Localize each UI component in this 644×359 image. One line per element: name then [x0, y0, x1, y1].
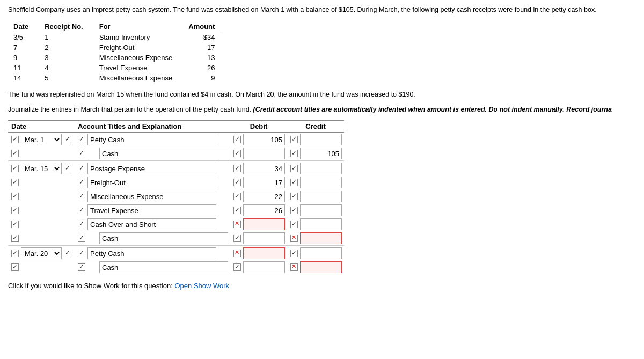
credit-input[interactable] [300, 148, 342, 159]
credit-input[interactable] [300, 261, 342, 273]
para2: Journalize the entries in March that per… [8, 105, 636, 115]
credit-check-icon [290, 179, 298, 186]
date-select[interactable]: Mar. 15 [21, 163, 62, 174]
receipt-date: 14 [13, 73, 45, 83]
receipt-amount: 17 [188, 42, 220, 53]
receipt-for: Stamp Inventory [99, 32, 189, 42]
receipt-no: 5 [45, 73, 99, 83]
debit-input[interactable] [243, 261, 285, 273]
debit-input[interactable] [243, 232, 285, 244]
journal-row [8, 217, 344, 231]
date-check-icon [11, 250, 19, 257]
date-select[interactable]: Mar. 1 [21, 134, 62, 145]
acct-check-icon [78, 179, 85, 186]
date-subcheck-icon [11, 193, 19, 200]
acct-check-icon [78, 250, 85, 257]
debit-check-icon [233, 263, 241, 271]
credit-input[interactable] [300, 163, 342, 174]
account-input[interactable] [87, 204, 216, 216]
receipt-row: 11 4 Travel Expense 26 [13, 63, 220, 73]
para2-italic: (Credit account titles are automatically… [253, 106, 612, 113]
credit-input[interactable] [300, 191, 342, 202]
date-select[interactable]: Mar. 20 [21, 247, 62, 259]
receipt-no: 4 [45, 63, 99, 73]
receipt-for: Miscellaneous Expense [99, 53, 189, 63]
account-input[interactable] [99, 232, 228, 244]
date-subcheck-icon [11, 207, 19, 214]
acct-check-icon [78, 136, 85, 143]
credit-check-icon [290, 250, 298, 257]
receipt-table: Date Receipt No. For Amount 3/5 1 Stamp … [13, 21, 220, 83]
debit-check-icon [233, 165, 241, 172]
credit-check-icon [290, 150, 298, 157]
journal-row: Mar. 1 [8, 133, 344, 147]
date-subcheck-icon [11, 179, 19, 186]
credit-input[interactable] [300, 247, 342, 259]
debit-input[interactable] [243, 191, 285, 202]
debit-check-icon [233, 193, 241, 200]
debit-input[interactable] [243, 134, 285, 145]
receipt-amount: 13 [188, 53, 220, 63]
account-input[interactable] [87, 134, 216, 145]
credit-check-icon [290, 136, 298, 143]
acct-check-icon [78, 193, 85, 200]
journal-row [8, 189, 344, 203]
journal-row: Mar. 20 [8, 246, 344, 261]
credit-check-icon [290, 235, 298, 242]
journal-header-debit: Debit [230, 121, 287, 133]
account-input[interactable] [87, 218, 216, 230]
account-input[interactable] [87, 247, 216, 259]
debit-check-icon [233, 207, 241, 214]
acct-check-icon [78, 150, 85, 157]
journal-row [8, 260, 344, 274]
open-show-work-link[interactable]: Open Show Work [174, 282, 229, 290]
para1: The fund was replenished on March 15 whe… [8, 90, 636, 100]
debit-check-icon [233, 221, 241, 228]
account-input[interactable] [99, 148, 228, 159]
credit-check-icon [290, 165, 298, 172]
receipt-amount: 26 [188, 63, 220, 73]
journal-row [8, 146, 344, 161]
credit-input[interactable] [300, 134, 342, 145]
date-check2-icon [64, 250, 71, 257]
journal-section: Date Account Titles and Explanation Debi… [8, 120, 636, 274]
credit-input[interactable] [300, 232, 342, 244]
journal-row [8, 175, 344, 189]
credit-check-icon [290, 193, 298, 200]
debit-check-icon [233, 150, 241, 157]
date-check2-icon [64, 136, 71, 143]
debit-input[interactable] [243, 247, 285, 259]
debit-input[interactable] [243, 218, 285, 230]
account-input[interactable] [87, 177, 216, 188]
credit-check-icon [290, 221, 298, 228]
journal-header-account: Account Titles and Explanation [75, 121, 230, 133]
receipt-amount: 9 [188, 73, 220, 83]
debit-input[interactable] [243, 163, 285, 174]
date-subcheck-icon [11, 221, 19, 228]
receipt-date: 11 [13, 63, 45, 73]
account-input[interactable] [87, 191, 216, 202]
acct-check-icon [78, 263, 85, 271]
journal-row: Mar. 15 [8, 161, 344, 176]
journal-row [8, 203, 344, 217]
receipt-date: 7 [13, 42, 45, 53]
account-input[interactable] [99, 261, 228, 273]
receipt-date: 3/5 [13, 32, 45, 42]
credit-check-icon [290, 207, 298, 214]
journal-header-date: Date [8, 121, 75, 133]
receipt-no: 3 [45, 53, 99, 63]
debit-check-icon [233, 179, 241, 186]
account-input[interactable] [87, 163, 216, 174]
para2-text: Journalize the entries in March that per… [8, 106, 251, 113]
receipt-row: 14 5 Miscellaneous Expense 9 [13, 73, 220, 83]
acct-check-icon [78, 165, 85, 172]
debit-input[interactable] [243, 177, 285, 188]
receipt-row: 7 2 Freight-Out 17 [13, 42, 220, 53]
col-receipt: Receipt No. [45, 21, 99, 32]
debit-input[interactable] [243, 204, 285, 216]
credit-input[interactable] [300, 177, 342, 188]
credit-input[interactable] [300, 218, 342, 230]
credit-input[interactable] [300, 204, 342, 216]
journal-row [8, 231, 344, 246]
debit-input[interactable] [243, 148, 285, 159]
